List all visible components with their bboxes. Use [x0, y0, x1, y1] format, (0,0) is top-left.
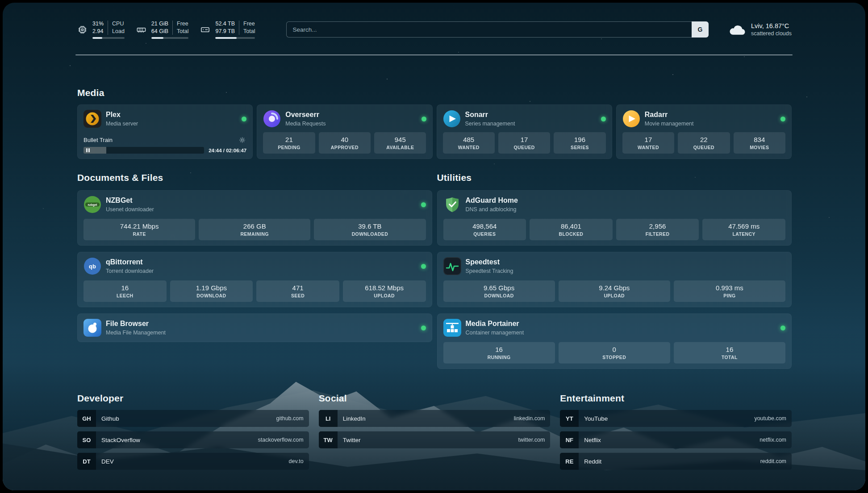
status-dot: [421, 326, 426, 330]
media-section: Plex Media server Bullet Train: [77, 104, 792, 159]
cpu-sublabel: Load: [112, 28, 125, 35]
service-desc: Torrent downloader: [106, 268, 154, 274]
weather-widget: Lviv, 16.87°C scattered clouds: [728, 22, 792, 37]
status-dot: [780, 326, 785, 330]
status-dot: [780, 117, 785, 121]
cpu-load: 2.94: [92, 28, 104, 35]
portainer-icon: [443, 319, 461, 337]
resource-cpu: 31% 2.94 CPU Load: [77, 21, 125, 39]
card-nzbget[interactable]: nzbget NZBGet Usenet downloader 744.21 M…: [77, 190, 432, 246]
status-dot: [242, 117, 246, 121]
card-qbittorrent[interactable]: qb qBittorrent Torrent downloader 16 LEE…: [77, 252, 432, 307]
cpu-label: CPU: [112, 21, 125, 27]
service-name: Overseerr: [285, 111, 326, 119]
status-dot: [421, 264, 426, 269]
sky-stars: [3, 3, 4, 4]
card-overseerr[interactable]: Overseerr Media Requests 21 PENDING 40 A…: [257, 104, 432, 159]
stat-total: 16 TOTAL: [674, 342, 785, 363]
stat-movies: 834 MOVIES: [734, 132, 785, 154]
resource-memory: 21 GiB 64 GiB Free Total: [136, 21, 189, 39]
search-box: G: [286, 21, 709, 38]
memory-bar: [151, 37, 189, 39]
service-desc: Container management: [466, 330, 524, 336]
cloud-icon: [728, 23, 746, 36]
documents-section: Documents & Files nzbget NZBGet Usenet d…: [77, 172, 432, 342]
disk-icon: [200, 25, 210, 35]
gear-icon[interactable]: [238, 136, 246, 144]
weather-location: Lviv, 16.87°C: [751, 22, 792, 29]
memory-free: 21 GiB: [151, 21, 168, 27]
card-plex[interactable]: Plex Media server Bullet Train: [77, 104, 253, 159]
bookmark-github[interactable]: GH Github github.com: [77, 410, 309, 427]
adguard-icon: [443, 196, 461, 213]
card-sonarr[interactable]: Sonarr Series management 485 WANTED 17 Q…: [437, 104, 612, 159]
service-name: qBittorrent: [106, 258, 154, 266]
svg-text:nzbget: nzbget: [88, 203, 98, 207]
card-speedtest[interactable]: Speedtest Speedtest Tracking 9.65 Gbps D…: [437, 252, 792, 307]
disk-bar: [215, 37, 255, 39]
stat-upload: 618.52 Mbps UPLOAD: [343, 280, 426, 302]
cpu-bar: [92, 37, 125, 39]
service-name: Radarr: [645, 111, 694, 119]
stat-remaining: 266 GB REMAINING: [199, 219, 310, 240]
bookmark-dev[interactable]: DT DEV dev.to: [77, 453, 309, 470]
search-provider-button[interactable]: G: [692, 21, 709, 38]
now-playing-title: Bullet Train: [83, 137, 113, 143]
card-filebrowser[interactable]: File Browser Media File Management: [77, 313, 432, 342]
service-desc: Media server: [106, 121, 138, 127]
service-desc: Media Requests: [285, 121, 326, 127]
bookmark-group-developer: Developer GH Github github.com SO StackO…: [77, 393, 309, 470]
stat-downloaded: 39.6 TB DOWNLOADED: [314, 219, 426, 240]
service-desc: DNS and adblocking: [466, 206, 518, 213]
stat-ping: 0.993 ms PING: [674, 280, 785, 302]
search-input[interactable]: [286, 21, 709, 38]
card-portainer[interactable]: Media Portainer Container management 16 …: [437, 313, 792, 369]
radarr-icon: [622, 110, 640, 128]
section-title-documents: Documents & Files: [77, 172, 432, 184]
service-name: Media Portainer: [466, 320, 524, 328]
service-desc: Series management: [465, 121, 515, 127]
playback-time: 24:44 / 02:06:47: [209, 148, 246, 153]
card-adguard[interactable]: AdGuard Home DNS and adblocking 498,564 …: [437, 190, 792, 246]
service-desc: Movie management: [645, 121, 694, 127]
disk-free: 52.4 TB: [215, 21, 235, 27]
bookmark-netflix[interactable]: NF Netflix netflix.com: [560, 431, 792, 448]
bookmarks-section: Developer GH Github github.com SO StackO…: [77, 393, 792, 470]
section-title-developer: Developer: [77, 393, 309, 405]
bookmark-stackoverflow[interactable]: SO StackOverflow stackoverflow.com: [77, 431, 309, 448]
stat-download: 1.19 Gbps DOWNLOAD: [170, 280, 253, 302]
svg-text:qb: qb: [89, 263, 96, 270]
resource-disk: 52.4 TB 97.9 TB Free Total: [200, 21, 255, 39]
status-dot: [421, 117, 426, 121]
service-desc: Usenet downloader: [106, 206, 154, 213]
bookmark-linkedin[interactable]: LI LinkedIn linkedin.com: [319, 410, 551, 427]
bookmark-reddit[interactable]: RE Reddit reddit.com: [560, 453, 792, 470]
stat-series: 196 SERIES: [554, 132, 605, 154]
disk-free-label: Free: [243, 21, 255, 27]
top-bar: 31% 2.94 CPU Load: [77, 18, 792, 41]
bookmark-twitter[interactable]: TW Twitter twitter.com: [319, 431, 551, 448]
disk-total-label: Total: [243, 28, 255, 35]
nzbget-icon: nzbget: [83, 196, 101, 213]
stat-available: 945 AVAILABLE: [374, 132, 426, 154]
stat-stopped: 0 STOPPED: [559, 342, 670, 363]
bookmark-group-entertainment: Entertainment YT YouTube youtube.com NF …: [560, 393, 792, 470]
bookmark-youtube[interactable]: YT YouTube youtube.com: [560, 410, 792, 427]
plex-now-playing: Bullet Train 24:44 / 02:06:47: [83, 136, 246, 154]
memory-total: 64 GiB: [151, 28, 168, 35]
speedtest-icon: [443, 257, 461, 275]
stat-leech: 16 LEECH: [83, 280, 167, 302]
stat-approved: 40 APPROVED: [319, 132, 371, 154]
service-desc: Speedtest Tracking: [466, 268, 513, 274]
overseerr-icon: [263, 110, 281, 128]
card-radarr[interactable]: Radarr Movie management 17 WANTED 22 QUE…: [616, 104, 792, 159]
stat-queries: 498,564 QUERIES: [443, 219, 526, 240]
section-title-social: Social: [319, 393, 551, 405]
qbittorrent-icon: qb: [83, 257, 101, 275]
stat-seed: 471 SEED: [256, 280, 339, 302]
stat-queued: 17 QUEUED: [498, 132, 550, 154]
header-divider: [75, 54, 793, 55]
memory-total-label: Total: [177, 28, 188, 35]
section-title-media: Media: [77, 88, 104, 99]
stat-wanted: 17 WANTED: [622, 132, 674, 154]
